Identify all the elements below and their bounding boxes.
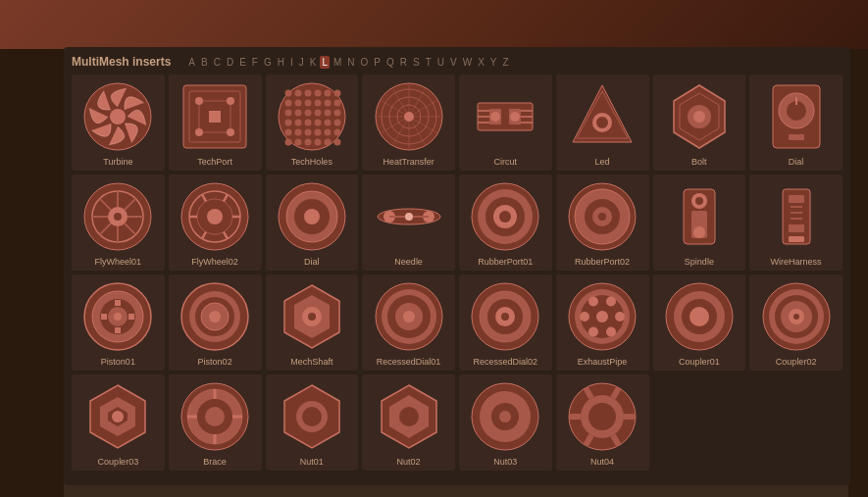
mesh-item-piston02[interactable]: Piston02 (169, 274, 262, 371)
mesh-item-dial2[interactable]: Dial (266, 174, 359, 271)
alpha-q[interactable]: Q (384, 56, 396, 69)
mesh-item-recesseddial01[interactable]: RecessedDial01 (362, 274, 455, 371)
svg-point-191 (793, 314, 799, 320)
alpha-h[interactable]: H (276, 56, 286, 69)
mesh-item-wireharness[interactable]: WireHarness (749, 174, 842, 271)
mesh-thumb-recesseddial01 (371, 278, 447, 355)
svg-point-161 (308, 313, 316, 321)
mesh-label-needle: Needle (394, 257, 423, 267)
svg-point-41 (314, 129, 321, 136)
alpha-f[interactable]: F (250, 56, 260, 69)
mesh-item-mechshaft[interactable]: MechShaft (266, 274, 359, 371)
alpha-o[interactable]: O (359, 56, 371, 69)
svg-point-175 (615, 312, 625, 322)
alpha-z[interactable]: Z (501, 56, 511, 69)
svg-point-42 (324, 129, 331, 136)
svg-point-32 (284, 120, 291, 126)
mesh-label-nut02: Nut02 (397, 457, 421, 467)
mesh-item-nut04[interactable]: Nut04 (556, 374, 649, 471)
svg-rect-90 (789, 134, 804, 140)
mesh-item-needle[interactable]: Needle (362, 174, 455, 271)
alpha-i[interactable]: I (288, 56, 295, 69)
mesh-thumb-flywheel02 (177, 178, 253, 255)
alpha-b[interactable]: B (199, 56, 210, 69)
mesh-item-bolt[interactable]: Bolt (653, 75, 746, 171)
svg-point-25 (333, 100, 340, 107)
mesh-item-rubberport01[interactable]: RubberPort01 (459, 174, 552, 271)
mesh-label-exhaustpipe: ExhaustPipe (578, 357, 628, 367)
mesh-item-coupler02[interactable]: Coupler02 (749, 274, 842, 371)
mesh-item-flywheel02[interactable]: FlyWheel02 (169, 174, 262, 271)
mesh-item-spindle[interactable]: Spindle (653, 174, 746, 271)
alpha-w[interactable]: W (461, 56, 474, 69)
mesh-item-techholes[interactable]: TechHoles (266, 75, 359, 171)
mesh-label-wireharness: WireHarness (771, 257, 822, 267)
mesh-thumb-nut02 (371, 378, 447, 455)
mesh-item-flywheel01[interactable]: FlyWheel01 (72, 174, 165, 271)
svg-point-179 (588, 296, 598, 306)
alpha-c[interactable]: C (212, 56, 223, 69)
mesh-thumb-exhaustpipe (564, 278, 640, 355)
mesh-label-spindle: Spindle (685, 257, 714, 267)
svg-point-24 (324, 100, 331, 107)
alpha-y[interactable]: Y (488, 56, 499, 69)
mesh-thumb-coupler02 (758, 278, 835, 355)
mesh-item-led[interactable]: Led (556, 75, 649, 171)
mesh-grid: Turbine TechPort TechHoles HeatTransfer (72, 75, 842, 471)
svg-point-49 (333, 139, 340, 146)
alpha-p[interactable]: P (372, 56, 383, 69)
mesh-item-brace[interactable]: Brace (169, 374, 262, 471)
mesh-item-nut01[interactable]: Nut01 (266, 374, 359, 471)
alpha-t[interactable]: T (424, 56, 434, 69)
svg-point-148 (114, 313, 122, 321)
alpha-n[interactable]: N (345, 56, 356, 69)
svg-point-36 (324, 120, 331, 126)
alpha-x[interactable]: X (476, 56, 486, 69)
mesh-thumb-rubberport01 (467, 178, 543, 255)
mesh-item-coupler01[interactable]: Coupler01 (653, 274, 746, 371)
alpha-v[interactable]: V (448, 56, 459, 69)
mesh-label-circut: Circut (494, 157, 518, 167)
svg-rect-143 (789, 236, 804, 242)
alpha-m[interactable]: M (332, 56, 343, 69)
mesh-label-coupler01: Coupler01 (679, 357, 720, 367)
svg-point-19 (333, 90, 340, 97)
mesh-item-turbine[interactable]: Turbine (72, 75, 165, 171)
mesh-thumb-heattransfer (371, 78, 447, 155)
mesh-item-rubberport02[interactable]: RubberPort02 (556, 174, 649, 271)
mesh-item-circut[interactable]: Circut (459, 75, 552, 171)
svg-point-213 (499, 411, 511, 422)
mesh-label-dial: Dial (789, 157, 804, 167)
svg-point-47 (314, 139, 321, 146)
alpha-g[interactable]: G (262, 56, 274, 69)
alpha-u[interactable]: U (435, 56, 446, 69)
alpha-s[interactable]: S (411, 56, 422, 69)
alpha-k[interactable]: K (308, 56, 319, 69)
svg-point-4 (195, 97, 203, 105)
alpha-d[interactable]: D (225, 56, 235, 69)
alpha-j[interactable]: J (297, 56, 306, 69)
mesh-thumb-coupler03 (79, 378, 156, 455)
mesh-thumb-flywheel01 (79, 178, 156, 255)
alpha-e[interactable]: E (237, 56, 248, 69)
mesh-item-dial[interactable]: Dial (749, 75, 842, 171)
mesh-item-nut03[interactable]: Nut03 (459, 374, 552, 471)
mesh-item-recesseddial02[interactable]: RecessedDial02 (459, 274, 552, 371)
svg-point-54 (404, 112, 414, 122)
svg-point-26 (284, 110, 291, 117)
mesh-label-led: Led (595, 157, 610, 167)
alpha-r[interactable]: R (398, 56, 409, 69)
svg-point-176 (606, 327, 616, 337)
svg-point-121 (405, 213, 413, 221)
svg-rect-150 (115, 327, 121, 333)
mesh-item-exhaustpipe[interactable]: ExhaustPipe (556, 274, 649, 371)
mesh-item-techport[interactable]: TechPort (169, 75, 262, 171)
svg-point-134 (695, 197, 703, 205)
alpha-a[interactable]: A (186, 56, 197, 69)
mesh-item-coupler03[interactable]: Coupler03 (72, 374, 165, 471)
mesh-item-heattransfer[interactable]: HeatTransfer (362, 75, 455, 171)
mesh-item-piston01[interactable]: Piston01 (72, 274, 165, 371)
mesh-item-nut02[interactable]: Nut02 (362, 374, 455, 471)
alpha-l[interactable]: L (320, 56, 330, 69)
mesh-thumb-nut01 (274, 378, 350, 455)
